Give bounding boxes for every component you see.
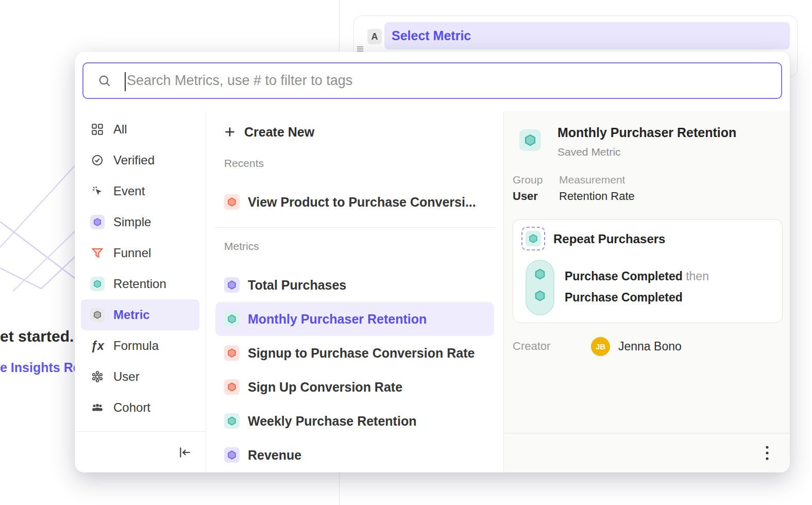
list-item-recent-0[interactable]: View Product to Purchase Conversi... [215,185,494,219]
measurement-label: Measurement [559,174,625,186]
detail-subtitle: Saved Metric [557,146,621,158]
creator-label: Creator [513,340,550,353]
collapse-sidebar-button[interactable] [178,446,191,459]
sidebar-item-label: Funnel [113,246,151,260]
step-hexagon-icon [534,290,546,302]
metric-definition-card: Repeat Purchasers Purchase Completed the… [513,219,783,323]
saved-metric-dashed-icon [521,227,545,250]
list-item-metric-0[interactable]: Total Purchases [215,268,494,302]
sidebar-item-cohort[interactable]: Cohort [81,392,199,423]
metric-picker-modal: All Verified Event Simple [75,52,790,473]
group-label: Group [513,174,543,186]
sidebar-item-label: Simple [113,215,151,229]
simple-metric-hexagon-icon [224,277,240,293]
plus-icon [224,126,236,138]
search-input[interactable] [124,73,781,89]
card-title: Repeat Purchasers [553,232,665,246]
list-divider [215,227,494,228]
funnel-metric-hexagon-icon [224,379,240,395]
select-metric-label: Select Metric [392,28,471,43]
kebab-menu-icon [765,445,769,461]
sidebar-item-metric[interactable]: Metric [81,299,199,330]
sidebar-item-label: Cohort [113,400,150,415]
background-headline: et started. [0,328,74,345]
creator-name: Jenna Bono [618,340,682,354]
sidebar-item-label: User [113,369,140,384]
detail-footer [504,433,790,473]
collapse-left-icon [178,446,191,459]
funnel-icon [90,246,105,260]
metric-row-label-badge: A [367,29,382,44]
retention-metric-hexagon-icon [224,413,240,429]
retention-step-2: Purchase Completed [565,291,683,305]
list-item-label: Monthly Purchaser Retention [248,312,427,327]
sidebar-item-label: Formula [113,339,159,353]
list-item-label: View Product to Purchase Conversi... [248,195,476,210]
create-new-button[interactable]: Create New [215,119,494,145]
sidebar-item-label: Verified [113,153,155,167]
retention-hexagon-icon [90,277,105,291]
list-item-label: Weekly Purchase Retention [248,414,416,429]
retention-metric-hexagon-icon [224,311,240,327]
list-item-metric-3[interactable]: Sign Up Conversion Rate [215,370,494,404]
search-icon [98,74,111,88]
sidebar-item-label: Retention [113,277,166,291]
sidebar-item-all[interactable]: All [81,114,199,145]
step-2-event: Purchase Completed [565,291,683,304]
detail-title: Monthly Purchaser Retention [557,125,736,140]
step-1-event: Purchase Completed [565,270,683,283]
group-value: User [513,190,538,203]
more-options-button[interactable] [762,442,772,464]
retention-hexagon-icon [526,231,541,246]
simple-metric-hexagon-icon [224,447,240,463]
create-new-label: Create New [244,125,314,140]
search-bar [75,52,790,111]
verified-icon [90,153,105,167]
event-icon [90,184,105,198]
step-hexagon-icon [534,268,546,280]
retention-step-1: Purchase Completed then [565,270,709,283]
sidebar-item-simple[interactable]: Simple [81,207,199,238]
list-item-metric-2[interactable]: Signup to Purchase Conversion Rate [215,336,494,370]
list-item-label: Sign Up Conversion Rate [248,380,402,395]
metric-hexagon-icon [90,308,105,322]
background-insights-link[interactable]: e Insights Re [0,360,80,375]
list-item-label: Total Purchases [248,278,346,293]
category-sidebar: All Verified Event Simple [75,111,206,473]
funnel-metric-hexagon-icon [224,345,240,361]
list-item-label: Revenue [248,448,301,463]
measurement-value: Retention Rate [559,190,635,203]
recents-section-header: Recents [224,157,494,170]
sidebar-footer [75,431,206,473]
sidebar-item-retention[interactable]: Retention [81,268,199,299]
simple-hexagon-icon [90,215,105,229]
sidebar-item-event[interactable]: Event [81,176,199,207]
sidebar-item-user[interactable]: User [81,361,199,392]
search-box[interactable] [82,62,782,99]
sidebar-item-funnel[interactable]: Funnel [81,238,199,268]
text-caret [125,72,126,91]
funnel-metric-hexagon-icon [224,194,240,210]
select-metric-button[interactable]: Select Metric [384,22,790,49]
creator-avatar: JB [591,337,610,356]
sidebar-item-label: Event [113,184,145,198]
metrics-section-header: Metrics [224,240,494,252]
metric-detail-hexagon-icon [519,129,541,151]
step-connector: then [683,270,709,283]
formula-icon: ƒx [90,339,105,353]
sidebar-item-label: All [113,122,127,137]
list-item-metric-1[interactable]: Monthly Purchaser Retention [215,302,494,336]
grid-icon [90,122,105,137]
metric-detail-panel: Monthly Purchaser Retention Saved Metric… [504,111,790,473]
retention-steps-pill [526,260,554,315]
list-item-label: Signup to Purchase Conversion Rate [248,346,475,361]
list-item-metric-4[interactable]: Weekly Purchase Retention [215,404,494,438]
metric-list: Create New Recents View Product to Purch… [206,111,504,473]
sidebar-item-formula[interactable]: ƒx Formula [81,330,199,361]
list-item-metric-5[interactable]: Revenue [215,438,494,472]
user-cluster-icon [90,369,105,384]
sidebar-item-label: Metric [113,308,150,322]
cohort-icon [90,400,105,415]
sidebar-item-verified[interactable]: Verified [81,145,199,176]
